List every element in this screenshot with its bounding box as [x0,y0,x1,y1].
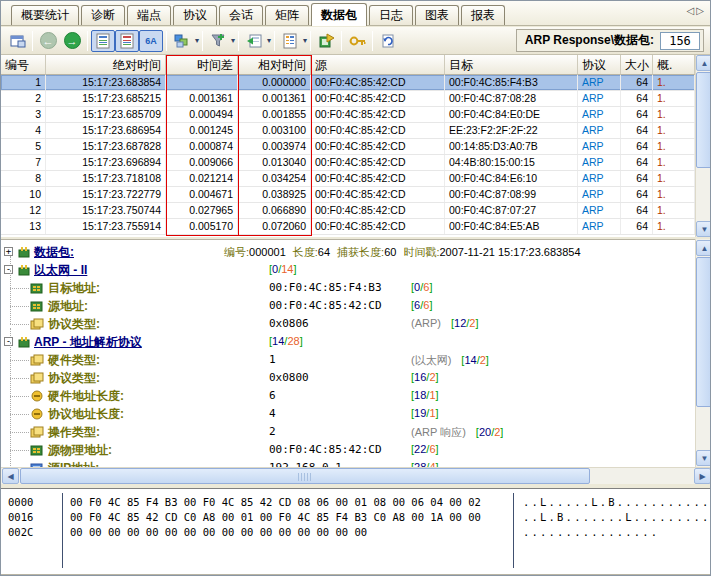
tab-endpoints[interactable]: 端点 [127,5,171,25]
field-pages-icon [30,426,44,438]
hex-view-toggle[interactable]: 6A [139,30,163,52]
tab-packets[interactable]: 数据包 [311,3,367,26]
table-row[interactable]: 715:17:23.6968940.0090660.01304000:F0:4C… [1,155,695,171]
hex-ascii: ..L.B.......L......... [523,511,710,523]
packet-table-scrollbar[interactable]: ▲ ▼ [695,55,711,237]
tree-field-hw-addr-len[interactable]: 硬件地址长度: 6 [18/1] [1,387,695,405]
toolbar-separator [166,31,167,51]
packet-list-view-toggle[interactable] [91,30,115,52]
tree-field-opcode[interactable]: 操作类型: 2 (ARP 响应)[20/2] [1,423,695,441]
color-blocks-icon [174,33,190,49]
table-row[interactable]: 215:17:23.6852150.0013610.00136100:F0:4C… [1,91,695,107]
scroll-up-icon[interactable]: ▲ [696,55,711,71]
column-header-protocol[interactable]: 协议 [578,55,621,75]
tree-field-protocol-type[interactable]: 协议类型: 0x0800 [16/2] [1,369,695,387]
scrollbar-thumb[interactable] [696,72,711,168]
tree-node-packet[interactable]: + 数据包: 编号:000001长度:64捕获长度:60时间戳:2007-11-… [1,243,695,261]
scroll-right-icon[interactable]: ▶ [694,468,711,484]
scrollbar-thumb[interactable] [20,468,590,484]
tree-node-arp[interactable]: - ARP - 地址解析协议 [14/28] [1,333,695,351]
decode-view-toggle[interactable] [115,30,139,52]
tab-logs[interactable]: 日志 [369,5,413,25]
tab-matrix[interactable]: 矩阵 [265,5,309,25]
chevron-down-icon: ▾ [231,36,235,45]
length-badge-icon [30,408,44,420]
tree-node-ethernet[interactable]: - 以太网 - II [0/14] [1,261,695,279]
collapse-icon[interactable]: - [4,265,13,274]
scroll-down-icon[interactable]: ▼ [696,221,711,237]
export-button[interactable] [314,30,338,52]
tree-field-sender-ip[interactable]: 源IP地址: 192.168.0.1 [28/4] [1,459,695,467]
table-row[interactable]: 1315:17:23.7559140.0051700.07206000:F0:4… [1,219,695,235]
filter-dropdown[interactable]: ▾ [206,30,235,52]
tree-field-proto-addr-len[interactable]: 协议地址长度: 4 [19/1] [1,405,695,423]
column-header-absolute-time[interactable]: 绝对时间 [46,55,166,75]
refresh-icon [380,33,396,49]
toolbar-separator [87,31,88,51]
export-book-icon [318,33,335,49]
scrollbar-thumb[interactable] [696,257,711,407]
hex-bytes[interactable]: 00 F0 4C 85 F4 B3 00 F0 4C 85 42 CD 08 0… [70,496,481,508]
tree-field-sender-mac[interactable]: 源物理地址: 00:F0:4C:85:42:CD [22/6] [1,441,695,459]
goto-packet-dropdown[interactable]: ▾ [242,30,271,52]
tree-field-hardware-type[interactable]: 硬件类型: 1 (以太网)[14/2] [1,351,695,369]
back-button[interactable]: ← [36,30,60,52]
table-row[interactable]: 415:17:23.6869540.0012450.00310000:F0:4C… [1,123,695,139]
packet-window-icon [9,33,26,49]
expand-icon[interactable]: + [4,247,13,256]
toolbar-separator [274,31,275,51]
column-options-dropdown[interactable]: ▾ [278,30,307,52]
packet-decode-tree: + 数据包: 编号:000001长度:64捕获长度:60时间戳:2007-11-… [1,239,695,467]
column-header-time-delta[interactable]: 时间差 [166,55,238,75]
column-header-target[interactable]: 目标 [445,55,578,75]
tab-scroll-right-icon[interactable]: ▷ [696,5,706,16]
tab-sessions[interactable]: 会话 [219,5,263,25]
packet-analyzer-window: 概要统计 诊断 端点 协议 会话 矩阵 数据包 日志 图表 报表 ◁▷ ← → [0,0,711,576]
tab-scroll-arrows[interactable]: ◁▷ [687,5,706,16]
hex-bytes[interactable]: 00 00 00 00 00 00 00 00 00 00 00 00 00 0… [70,526,367,538]
column-header-source[interactable]: 源 [311,55,445,75]
scroll-up-icon[interactable]: ▲ [696,240,711,256]
hex-offset: 002C [8,526,33,538]
hex-bytes[interactable]: 00 F0 4C 85 42 CD C0 A8 00 01 00 F0 4C 8… [70,511,481,523]
tree-field-ethertype[interactable]: 协议类型: 0x0806 (ARP)[12/2] [1,315,695,333]
hex-row[interactable]: 0016 00 F0 4C 85 42 CD C0 A8 00 01 00 F0… [1,509,711,524]
table-row[interactable]: 515:17:23.6878280.0008740.00397400:F0:4C… [1,139,695,155]
refresh-button[interactable] [376,30,400,52]
field-pages-icon [30,318,44,330]
forward-button[interactable]: → [60,30,84,52]
column-header-relative-time[interactable]: 相对时间 [238,55,311,75]
hex-divider [513,493,514,568]
scroll-down-icon[interactable]: ▼ [696,450,711,466]
tree-field-dest-mac[interactable]: 目标地址: 00:F0:4C:85:F4:B3 [0/6] [1,279,695,297]
table-row[interactable]: 315:17:23.6857090.0004940.00185500:F0:4C… [1,107,695,123]
export-packet-window-button[interactable] [5,30,29,52]
packet-table: 编号 绝对时间 时间差 相对时间 源 目标 协议 大小 概. 115:17:23… [1,55,695,237]
tab-protocols[interactable]: 协议 [173,5,217,25]
tree-field-src-mac[interactable]: 源地址: 00:F0:4C:85:42:CD [6/6] [1,297,695,315]
hex-offset: 0016 [8,511,33,523]
tab-summary[interactable]: 概要统计 [11,5,79,25]
table-row[interactable]: 115:17:23.6838540.00000000:F0:4C:85:42:C… [1,75,695,91]
back-arrow-icon: ← [40,32,57,49]
table-row[interactable]: 815:17:23.7181080.0212140.03425400:F0:4C… [1,171,695,187]
table-row[interactable]: 1015:17:23.7227790.0046710.03892500:F0:4… [1,187,695,203]
decode-tree-scrollbar[interactable]: ▲ ▼ [695,239,711,467]
collapse-icon[interactable]: - [4,337,13,346]
display-options-dropdown[interactable]: ▾ [170,30,199,52]
toolbar: ← → 6A ▾ ▾ ▾ ▾ [1,27,710,55]
hex-row[interactable]: 002C 00 00 00 00 00 00 00 00 00 00 00 00… [1,524,711,539]
hex-row[interactable]: 0000 00 F0 4C 85 F4 B3 00 F0 4C 85 42 CD… [1,494,711,509]
tab-scroll-left-icon[interactable]: ◁ [687,5,697,16]
table-row[interactable]: 1215:17:23.7507440.0279650.06689000:F0:4… [1,203,695,219]
tab-diagnosis[interactable]: 诊断 [81,5,125,25]
column-header-number[interactable]: 编号 [1,55,46,75]
column-header-size[interactable]: 大小 [621,55,653,75]
decode-tree-hscrollbar[interactable]: ◀ ▶ [1,467,711,484]
scroll-left-icon[interactable]: ◀ [2,468,19,484]
decrypt-key-button[interactable] [345,30,369,52]
tab-charts[interactable]: 图表 [415,5,459,25]
tab-reports[interactable]: 报表 [461,5,505,25]
column-header-summary[interactable]: 概. [653,55,695,75]
hex-divider [62,493,63,568]
